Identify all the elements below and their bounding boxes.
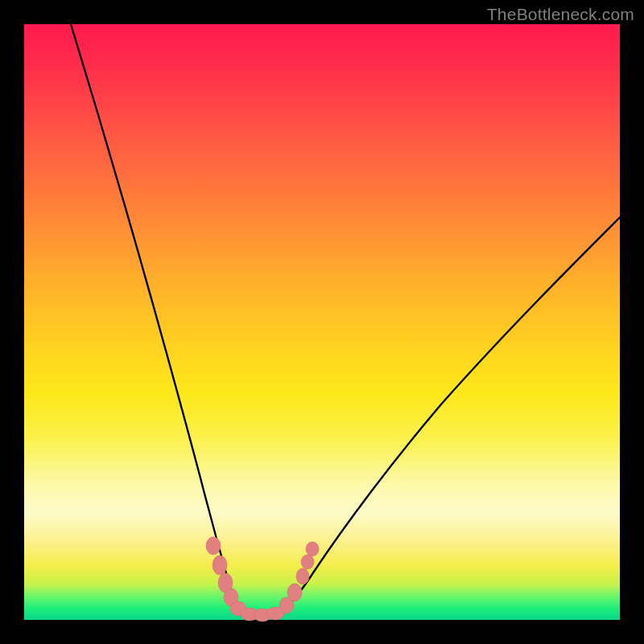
svg-point-1: [213, 555, 227, 575]
chart-frame: TheBottleneck.com: [0, 0, 644, 644]
curve-right-branch: [279, 217, 620, 613]
svg-point-10: [296, 568, 309, 584]
svg-point-11: [301, 555, 314, 569]
bottleneck-curve: [24, 24, 620, 620]
watermark-label: TheBottleneck.com: [487, 5, 634, 24]
curve-left-branch: [71, 24, 242, 612]
valley-marker-cluster: [206, 537, 319, 621]
svg-point-9: [287, 584, 302, 601]
svg-point-12: [306, 542, 319, 556]
svg-point-0: [206, 537, 221, 555]
